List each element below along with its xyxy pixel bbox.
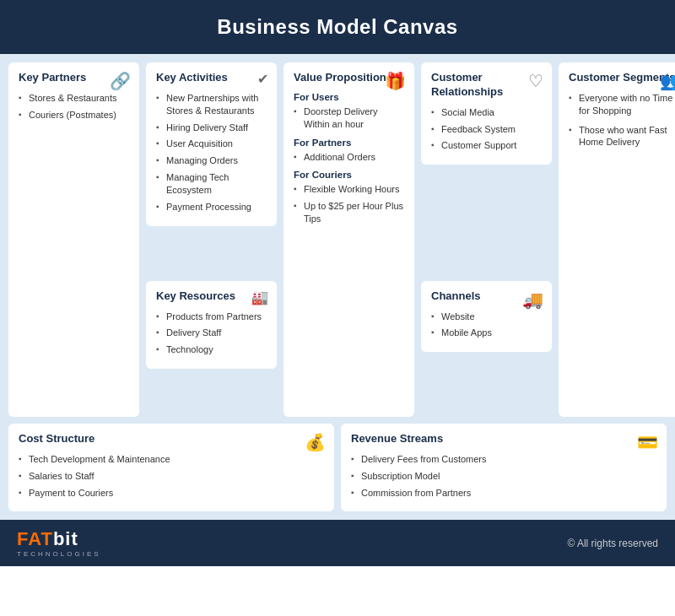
key-partners-cell: Key Partners 🔗 Stores & Restaurants Cour… [8, 62, 139, 417]
vp-partners-list: Additional Orders [294, 151, 404, 164]
customer-relationships-cell: Customer Relationships ♡ Social Media Fe… [421, 62, 552, 165]
list-item: Delivery Staff [156, 327, 267, 339]
vp-partners-subtitle: For Partners [294, 138, 404, 148]
canvas-grid: Key Partners 🔗 Stores & Restaurants Cour… [8, 62, 667, 417]
vp-couriers-subtitle: For Couriers [294, 170, 404, 180]
list-item: Stores & Restaurants [19, 92, 129, 105]
list-item: Social Media [431, 106, 542, 119]
footer: FATbit TECHNOLOGIES © All rights reserve… [0, 520, 675, 566]
key-resources-title: Key Resources [156, 289, 267, 304]
channels-list: Website Mobile Apps [431, 311, 542, 340]
channels-icon: 🚚 [522, 289, 543, 310]
footer-rights: © All rights reserved [567, 538, 658, 549]
list-item: Commission from Partners [351, 487, 656, 500]
list-item: Customer Support [431, 139, 542, 152]
logo-fat: FATbit [17, 528, 78, 550]
list-item: Delivery Fees from Customers [351, 453, 656, 466]
list-item: Flexible Working Hours [294, 183, 404, 196]
key-activities-list: New Partnerships with Stores & Restauran… [156, 92, 267, 213]
list-item: Up to $25 per Hour Plus Tips [294, 200, 404, 225]
page-wrapper: Business Model Canvas Key Partners 🔗 Sto… [0, 0, 675, 566]
logo-bit: bit [53, 528, 78, 549]
channels-cell: Channels 🚚 Website Mobile Apps [421, 281, 552, 353]
value-prop-icon: 🎁 [385, 71, 406, 91]
list-item: Doorstep Delivery Within an hour [294, 105, 404, 131]
vp-users-list: Doorstep Delivery Within an hour [294, 105, 404, 131]
list-item: Payment to Couriers [19, 487, 324, 500]
vp-couriers: For Couriers Flexible Working Hours Up t… [294, 170, 404, 225]
customer-seg-list: Everyone with no Time for Shopping Those… [569, 92, 675, 149]
key-activities-icon: ✔ [257, 71, 268, 87]
customer-rel-icon: ♡ [528, 71, 543, 91]
canvas-area: Key Partners 🔗 Stores & Restaurants Cour… [0, 54, 675, 520]
list-item: User Acquisition [156, 138, 267, 150]
cost-structure-icon: 💰 [305, 432, 326, 452]
key-partners-icon: 🔗 [110, 71, 131, 91]
revenue-streams-icon: 💳 [637, 432, 658, 452]
list-item: Hiring Delivery Staff [156, 122, 267, 134]
list-item: Those who want Fast Home Delivery [569, 124, 675, 149]
customer-segments-cell: Customer Segments 👥 Everyone with no Tim… [559, 62, 675, 417]
list-item: Payment Processing [156, 201, 267, 213]
list-item: Managing Orders [156, 154, 267, 167]
list-item: Feedback System [431, 123, 542, 136]
key-resources-list: Products from Partners Delivery Staff Te… [156, 311, 267, 357]
list-item: Tech Development & Maintenance [19, 453, 324, 466]
logo-sub: TECHNOLOGIES [17, 550, 101, 558]
list-item: Managing Tech Ecosystem [156, 171, 267, 197]
list-item: Salaries to Staff [19, 470, 324, 483]
list-item: Mobile Apps [431, 327, 542, 339]
customer-rel-title: Customer Relationships [431, 71, 542, 100]
key-partners-list: Stores & Restaurants Couriers (Postmates… [19, 92, 129, 122]
revenue-streams-cell: Revenue Streams 💳 Delivery Fees from Cus… [341, 424, 667, 511]
page-title: Business Model Canvas [8, 15, 667, 39]
customer-rel-list: Social Media Feedback System Customer Su… [431, 106, 542, 153]
cost-structure-cell: Cost Structure 💰 Tech Development & Main… [8, 424, 334, 511]
vp-users: For Users Doorstep Delivery Within an ho… [294, 92, 404, 131]
value-proposition-cell: Value Proposition 🎁 For Users Doorstep D… [284, 62, 414, 417]
list-item: Technology [156, 343, 267, 356]
list-item: Couriers (Postmates) [19, 109, 129, 122]
bottom-grid: Cost Structure 💰 Tech Development & Main… [8, 424, 667, 511]
customer-seg-icon: 👥 [660, 71, 675, 91]
header: Business Model Canvas [0, 0, 675, 54]
vp-partners: For Partners Additional Orders [294, 138, 404, 164]
footer-logo: FATbit TECHNOLOGIES [17, 528, 101, 558]
key-activities-cell: Key Activities ✔ New Partnerships with S… [146, 62, 277, 226]
revenue-streams-list: Delivery Fees from Customers Subscriptio… [351, 453, 656, 500]
list-item: Website [431, 311, 542, 323]
vp-couriers-list: Flexible Working Hours Up to $25 per Hou… [294, 183, 404, 225]
list-item: Products from Partners [156, 311, 267, 323]
list-item: New Partnerships with Stores & Restauran… [156, 92, 267, 117]
list-item: Additional Orders [294, 151, 404, 164]
revenue-streams-title: Revenue Streams [351, 432, 656, 446]
list-item: Everyone with no Time for Shopping [569, 92, 675, 117]
key-resources-icon: 🏭 [251, 289, 268, 305]
key-resources-cell: Key Resources 🏭 Products from Partners D… [146, 281, 277, 369]
list-item: Subscription Model [351, 470, 656, 483]
key-activities-title: Key Activities [156, 71, 267, 85]
cost-structure-title: Cost Structure [19, 432, 324, 446]
cost-structure-list: Tech Development & Maintenance Salaries … [19, 453, 324, 500]
vp-users-subtitle: For Users [294, 92, 404, 102]
